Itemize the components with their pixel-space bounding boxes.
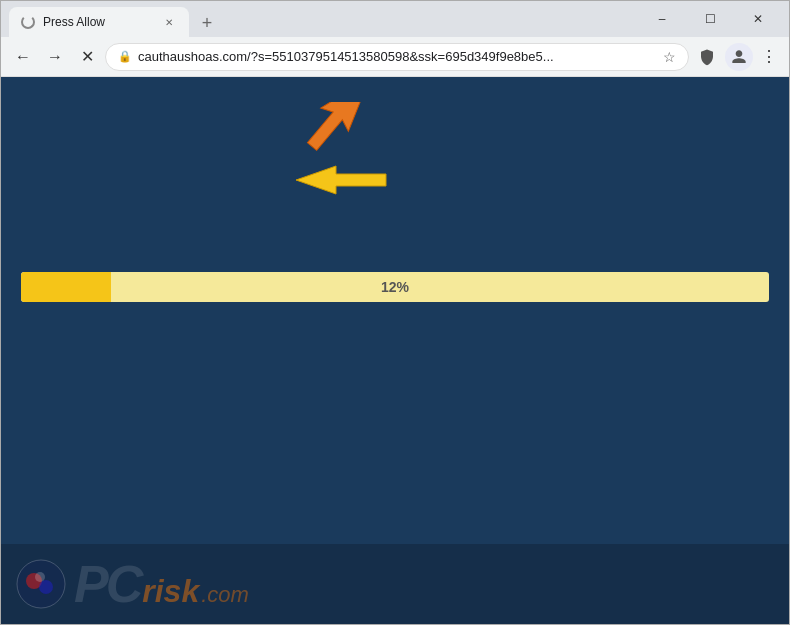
svg-point-5 — [35, 572, 45, 582]
back-button[interactable]: ← — [9, 43, 37, 71]
watermark-text: PC risk .com — [74, 554, 249, 614]
watermark-logo: PC risk .com — [16, 554, 249, 614]
logo-dotcom: .com — [201, 582, 249, 608]
reload-button[interactable]: ✕ — [73, 43, 101, 71]
profile-button[interactable] — [725, 43, 753, 71]
page-content: 12% PC risk .com — [1, 77, 789, 624]
shield-icon[interactable] — [693, 43, 721, 71]
watermark: PC risk .com — [1, 544, 789, 624]
svg-point-4 — [39, 580, 53, 594]
new-tab-button[interactable]: + — [193, 9, 221, 37]
active-tab[interactable]: Press Allow ✕ — [9, 7, 189, 37]
tab-favicon — [21, 15, 35, 29]
window-controls: – ☐ ✕ — [639, 1, 781, 37]
toolbar: ← → ✕ 🔒 cauthaushoas.com/?s=551037951451… — [1, 37, 789, 77]
tab-close-button[interactable]: ✕ — [161, 14, 177, 30]
arrows-graphic — [281, 102, 441, 226]
lock-icon: 🔒 — [118, 50, 132, 63]
progress-label: 12% — [21, 272, 769, 302]
logo-pc: PC — [74, 554, 140, 614]
url-text: cauthaushoas.com/?s=5510379514513580598&… — [138, 49, 657, 64]
close-button[interactable]: ✕ — [735, 1, 781, 37]
address-bar[interactable]: 🔒 cauthaushoas.com/?s=551037951451358059… — [105, 43, 689, 71]
bookmark-icon[interactable]: ☆ — [663, 49, 676, 65]
forward-button[interactable]: → — [41, 43, 69, 71]
logo-risk: risk — [142, 573, 199, 610]
logo-icon — [16, 559, 66, 609]
menu-button[interactable]: ⋮ — [757, 45, 781, 69]
tab-title: Press Allow — [43, 15, 153, 29]
minimize-button[interactable]: – — [639, 1, 685, 37]
title-bar: Press Allow ✕ + – ☐ ✕ — [1, 1, 789, 37]
browser-window: Press Allow ✕ + – ☐ ✕ ← → ✕ 🔒 cauthausho… — [0, 0, 790, 625]
svg-marker-0 — [298, 102, 383, 158]
maximize-button[interactable]: ☐ — [687, 1, 733, 37]
svg-marker-1 — [296, 166, 386, 194]
tab-strip: Press Allow ✕ + — [9, 1, 639, 37]
progress-bar-container: 12% — [21, 272, 769, 302]
